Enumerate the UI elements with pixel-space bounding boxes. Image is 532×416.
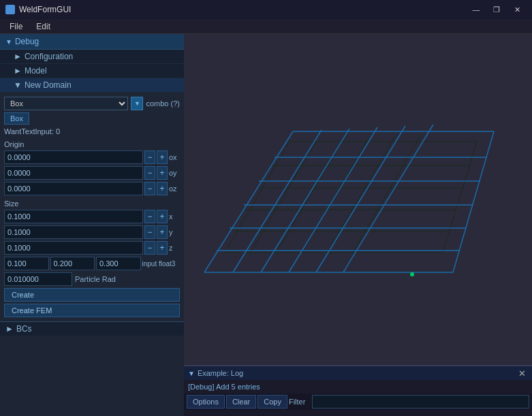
minimize-button[interactable]: —	[467, 3, 486, 16]
create-button[interactable]: Create	[4, 288, 180, 302]
options-button[interactable]: Options	[187, 395, 225, 409]
app-icon	[5, 5, 15, 14]
main-content: ▼ Debug ► Configuration ► Model ▼ New Do…	[0, 34, 532, 416]
combo-dropdown-arrow[interactable]: ▼	[131, 97, 143, 110]
size-label: Size	[4, 199, 180, 208]
size-y-label: y	[169, 228, 180, 236]
green-marker	[410, 272, 414, 276]
triple-input-2[interactable]	[50, 257, 95, 270]
box-combo[interactable]: Box	[4, 97, 128, 110]
svg-line-8	[277, 139, 343, 253]
origin-oy-input[interactable]	[4, 166, 143, 180]
filter-input[interactable]	[312, 395, 529, 409]
size-x-input[interactable]	[4, 210, 143, 223]
origin-oz-label: oz	[169, 185, 180, 193]
log-content: [Debug] Add 5 entries	[184, 380, 532, 394]
svg-line-20	[204, 131, 293, 272]
bcs-arrow: ►	[5, 324, 14, 334]
size-x-minus[interactable]: −	[144, 210, 155, 223]
particle-row: Particle Rad	[4, 272, 180, 286]
size-y-row: − + y	[4, 225, 180, 239]
size-z-plus[interactable]: +	[157, 241, 168, 255]
form-area: Box ▼ combo (?) Box WantTextInput: 0 Ori…	[0, 93, 184, 321]
log-panel: ▼ Example: Log ✕ [Debug] Add 5 entries O…	[184, 365, 532, 416]
menubar: File Edit	[0, 19, 532, 34]
combo-hint: combo (?)	[146, 99, 180, 108]
log-toolbar: Options Clear Copy Filter	[184, 394, 532, 410]
size-x-label: x	[169, 212, 180, 221]
origin-oz-row: − + oz	[4, 182, 180, 195]
svg-line-12	[443, 142, 477, 253]
create-fem-button[interactable]: Create FEM	[4, 304, 180, 317]
window-title: WeldFormGUI	[19, 5, 463, 14]
viewport[interactable]: ▼ Example: Log ✕ [Debug] Add 5 entries O…	[184, 34, 532, 416]
origin-oz-input[interactable]	[4, 182, 143, 195]
particle-hint: Particle Rad	[75, 275, 116, 283]
triple-input-3[interactable]	[96, 257, 141, 270]
particle-input[interactable]	[4, 272, 72, 286]
filter-label: Filter	[289, 398, 305, 406]
log-title: Example: Log	[198, 369, 513, 377]
combo-row: Box ▼ combo (?)	[4, 97, 180, 110]
log-entry: [Debug] Add 5 entries	[188, 383, 260, 391]
grid-svg	[184, 34, 532, 379]
bcs-section[interactable]: ► BCs	[0, 321, 184, 336]
size-y-minus[interactable]: −	[144, 225, 155, 239]
log-close-button[interactable]: ✕	[516, 367, 528, 379]
size-x-row: − + x	[4, 210, 180, 223]
file-menu[interactable]: File	[3, 20, 29, 33]
origin-label: Origin	[4, 140, 180, 148]
debug-label: Debug	[15, 37, 39, 46]
origin-ox-minus[interactable]: −	[144, 150, 155, 164]
clear-button[interactable]: Clear	[226, 395, 256, 409]
new-domain-arrow: ▼	[14, 80, 22, 90]
grid-canvas	[184, 34, 532, 379]
origin-oy-row: − + oy	[4, 166, 180, 180]
size-y-input[interactable]	[4, 225, 143, 239]
origin-ox-plus[interactable]: +	[157, 150, 168, 164]
size-y-plus[interactable]: +	[157, 225, 168, 239]
new-domain-label: New Domain	[25, 80, 72, 90]
config-label: Configuration	[25, 52, 73, 61]
origin-ox-input[interactable]	[4, 150, 143, 164]
triple-hint: input float3	[142, 260, 181, 268]
close-button[interactable]: ✕	[507, 3, 527, 16]
model-label: Model	[25, 66, 47, 76]
origin-oy-plus[interactable]: +	[157, 166, 168, 180]
copy-button[interactable]: Copy	[257, 395, 287, 409]
configuration-subsection[interactable]: ► Configuration	[0, 50, 184, 64]
size-z-label: z	[169, 244, 180, 252]
origin-oz-plus[interactable]: +	[157, 182, 168, 195]
debug-arrow: ▼	[5, 38, 12, 46]
origin-ox-row: − + ox	[4, 150, 180, 164]
svg-line-11	[353, 135, 421, 253]
origin-oz-minus[interactable]: −	[144, 182, 155, 195]
origin-oy-minus[interactable]: −	[144, 166, 155, 180]
want-text-input: WantTextInput: 0	[4, 127, 180, 136]
box-tag: Box	[4, 112, 29, 125]
bcs-label: BCs	[16, 324, 32, 334]
log-arrow: ▼	[188, 370, 195, 377]
triple-row: input float3	[4, 257, 180, 270]
debug-section-header[interactable]: ▼ Debug	[0, 34, 184, 50]
triple-input-1[interactable]	[4, 257, 49, 270]
window-controls: — ❐ ✕	[467, 3, 527, 16]
log-header: ▼ Example: Log ✕	[184, 366, 532, 380]
titlebar: WeldFormGUI — ❐ ✕	[0, 0, 532, 19]
size-x-plus[interactable]: +	[157, 210, 168, 223]
origin-ox-label: ox	[169, 153, 180, 161]
config-arrow: ►	[14, 52, 22, 61]
left-panel: ▼ Debug ► Configuration ► Model ▼ New Do…	[0, 34, 184, 416]
model-subsection[interactable]: ► Model	[0, 64, 184, 78]
size-z-input[interactable]	[4, 241, 143, 255]
model-arrow: ►	[14, 66, 22, 76]
edit-menu[interactable]: Edit	[29, 20, 57, 33]
new-domain-subsection[interactable]: ▼ New Domain	[0, 78, 184, 93]
origin-oy-label: oy	[169, 169, 180, 177]
size-z-row: − + z	[4, 241, 180, 255]
maximize-button[interactable]: ❐	[487, 3, 506, 16]
size-z-minus[interactable]: −	[144, 241, 155, 255]
